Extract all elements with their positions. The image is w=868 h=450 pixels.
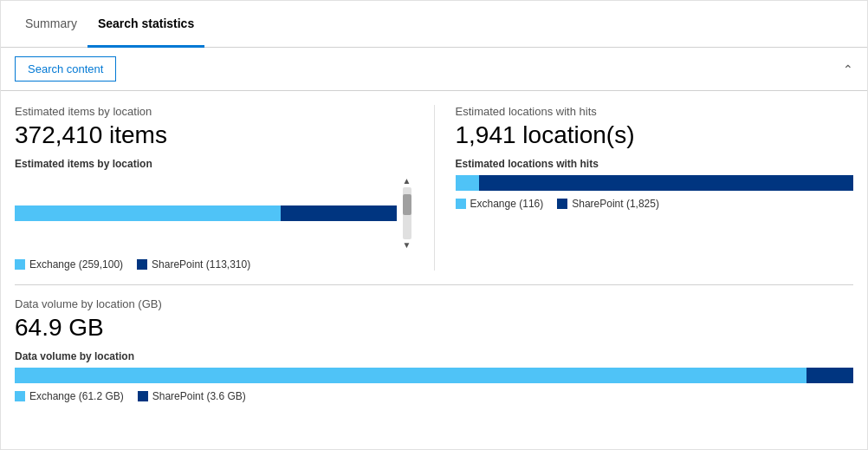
locations-legend-exchange: Exchange (116) <box>456 198 544 210</box>
items-section-label: Estimated items by location <box>15 105 413 118</box>
section-divider <box>15 284 853 285</box>
locations-sharepoint-legend-box <box>557 199 567 209</box>
items-bar-chart-wrapper: ▲ ▼ <box>15 175 413 251</box>
items-exchange-legend-box <box>15 259 25 270</box>
items-exchange-bar <box>15 205 281 221</box>
data-volume-exchange-bar <box>15 368 806 383</box>
items-exchange-legend-label: Exchange (259,100) <box>29 258 123 271</box>
locations-exchange-legend-box <box>456 199 466 209</box>
locations-chart-label: Estimated locations with hits <box>456 158 854 170</box>
items-bar-track <box>15 205 398 221</box>
scroll-down-icon[interactable]: ▼ <box>401 239 413 251</box>
data-volume-legend: Exchange (61.2 GB) SharePoint (3.6 GB) <box>15 390 853 402</box>
scrollbar-track <box>403 187 411 239</box>
items-bar-scroll <box>15 205 398 221</box>
items-sharepoint-legend-box <box>137 259 147 270</box>
locations-bar-scroll <box>456 175 854 191</box>
items-sharepoint-bar <box>281 205 397 221</box>
data-volume-legend-sharepoint: SharePoint (3.6 GB) <box>138 390 246 402</box>
data-volume-chart-label: Data volume by location <box>15 350 853 362</box>
data-volume-section: Data volume by location (GB) 64.9 GB Dat… <box>15 297 853 416</box>
data-volume-exchange-legend-label: Exchange (61.2 GB) <box>29 390 124 402</box>
data-volume-section-label: Data volume by location (GB) <box>15 297 853 310</box>
locations-big-number: 1,941 location(s) <box>456 121 854 149</box>
items-scrollbar[interactable]: ▲ ▼ <box>401 175 413 251</box>
locations-legend: Exchange (116) SharePoint (1,825) <box>456 198 854 210</box>
data-volume-bar-chart-wrapper <box>15 368 853 383</box>
data-volume-sharepoint-legend-box <box>138 391 148 401</box>
items-legend-sharepoint: SharePoint (113,310) <box>137 258 250 271</box>
data-volume-bar-scroll <box>15 368 853 383</box>
items-legend-exchange: Exchange (259,100) <box>15 258 123 271</box>
data-volume-sharepoint-bar <box>806 368 853 383</box>
data-volume-big-number: 64.9 GB <box>15 314 853 342</box>
top-row: Estimated items by location 372,410 item… <box>15 105 853 271</box>
main-content: Estimated items by location 372,410 item… <box>1 91 867 449</box>
tab-bar: Summary Search statistics <box>1 1 867 48</box>
items-big-number: 372,410 items <box>15 121 413 149</box>
data-volume-bar-track <box>15 368 853 383</box>
locations-section-label: Estimated locations with hits <box>456 105 854 118</box>
data-volume-sharepoint-legend-label: SharePoint (3.6 GB) <box>152 390 246 402</box>
locations-exchange-bar <box>456 175 479 191</box>
locations-bar-track <box>456 175 854 191</box>
locations-sharepoint-bar <box>479 175 853 191</box>
locations-bar-chart-wrapper <box>456 175 854 191</box>
section-header: Search content ⌃ <box>1 48 867 91</box>
items-sharepoint-legend-label: SharePoint (113,310) <box>152 258 250 271</box>
locations-legend-sharepoint: SharePoint (1,825) <box>557 198 659 210</box>
search-content-button[interactable]: Search content <box>15 56 116 82</box>
data-volume-legend-exchange: Exchange (61.2 GB) <box>15 390 124 402</box>
locations-sharepoint-legend-label: SharePoint (1,825) <box>572 198 659 210</box>
locations-exchange-legend-label: Exchange (116) <box>470 198 544 210</box>
items-by-location-panel: Estimated items by location 372,410 item… <box>15 105 435 271</box>
scroll-up-icon[interactable]: ▲ <box>401 175 413 187</box>
items-chart-label: Estimated items by location <box>15 158 413 170</box>
tab-summary[interactable]: Summary <box>15 1 87 48</box>
tab-search-statistics[interactable]: Search statistics <box>87 1 204 48</box>
items-legend: Exchange (259,100) SharePoint (113,310) <box>15 258 413 271</box>
app-container: Summary Search statistics Search content… <box>0 0 868 450</box>
locations-with-hits-panel: Estimated locations with hits 1,941 loca… <box>456 105 854 271</box>
collapse-icon[interactable]: ⌃ <box>843 62 853 76</box>
scrollbar-thumb <box>403 194 411 215</box>
data-volume-exchange-legend-box <box>15 391 25 401</box>
